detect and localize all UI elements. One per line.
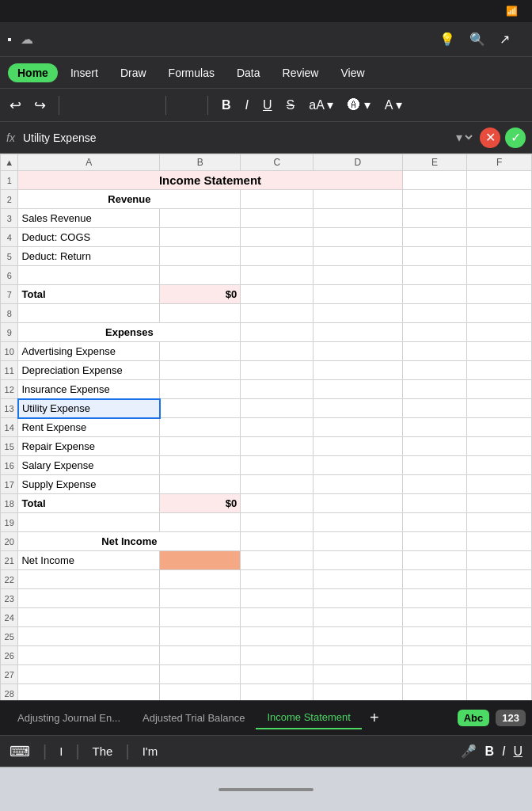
cell-a[interactable]: Utility Expense [18, 399, 160, 418]
cell-d[interactable] [314, 418, 402, 437]
cell-d[interactable] [314, 513, 402, 532]
cell-e[interactable] [402, 323, 467, 342]
cell-f[interactable] [467, 171, 532, 190]
cell-f[interactable] [467, 589, 532, 608]
undo-button[interactable]: ↩ [6, 95, 25, 116]
cell-f[interactable] [467, 437, 532, 456]
cell-f[interactable] [467, 665, 532, 684]
cell-f[interactable] [467, 627, 532, 646]
cell-d[interactable] [314, 589, 402, 608]
cell-f[interactable] [467, 551, 532, 570]
tab-insert[interactable]: Insert [61, 63, 108, 82]
cell-d[interactable] [314, 475, 402, 494]
cell-b[interactable] [160, 380, 241, 399]
cell-a[interactable] [18, 266, 160, 285]
cell-d[interactable] [314, 570, 402, 589]
spreadsheet[interactable]: ▲ A B C D E F 1Income Statement2Revenue3… [0, 154, 532, 700]
cell-a[interactable] [18, 304, 160, 323]
cell-b[interactable] [160, 342, 241, 361]
tab-adjusted-trial-balance[interactable]: Adjusted Trial Balance [131, 707, 256, 729]
cell-d[interactable] [314, 247, 402, 266]
table-row[interactable]: 10Advertising Expense [1, 342, 532, 361]
table-row[interactable]: 7Total$0 [1, 285, 532, 304]
cell-f[interactable] [467, 190, 532, 209]
cell-c[interactable] [241, 228, 314, 247]
cell-e[interactable] [402, 228, 467, 247]
cell-c[interactable] [241, 342, 314, 361]
cell-a[interactable]: Repair Expense [18, 437, 160, 456]
formula-cancel-button[interactable]: ✕ [480, 128, 500, 148]
cell-f[interactable] [467, 513, 532, 532]
tab-view[interactable]: View [331, 63, 374, 82]
cell-d[interactable] [314, 361, 402, 380]
cell-a[interactable]: Depreciation Expense [18, 361, 160, 380]
cell-a[interactable] [18, 627, 160, 646]
cell-a[interactable]: Expenses [18, 323, 241, 342]
cell-e[interactable] [402, 266, 467, 285]
cell-a[interactable]: Net Income [18, 532, 241, 551]
cell-d[interactable] [314, 304, 402, 323]
cell-b[interactable] [160, 228, 241, 247]
cell-e[interactable] [402, 532, 467, 551]
cell-b[interactable] [160, 361, 241, 380]
cell-c[interactable] [241, 589, 314, 608]
cell-a[interactable] [18, 513, 160, 532]
col-header-c[interactable]: C [241, 154, 314, 171]
cell-b[interactable] [160, 304, 241, 323]
font-name[interactable] [69, 104, 156, 107]
cell-a[interactable]: Insurance Expense [18, 380, 160, 399]
cell-a[interactable] [18, 665, 160, 684]
table-row[interactable]: 22 [1, 570, 532, 589]
cell-e[interactable] [402, 209, 467, 228]
cell-e[interactable] [402, 494, 467, 513]
cell-d[interactable] [314, 190, 402, 209]
table-row[interactable]: 16Salary Expense [1, 456, 532, 475]
cell-d[interactable] [314, 627, 402, 646]
cell-e[interactable] [402, 589, 467, 608]
col-header-f[interactable]: F [467, 154, 532, 171]
cell-f[interactable] [467, 418, 532, 437]
table-row[interactable]: 5Deduct: Return [1, 247, 532, 266]
underline-kbd-btn[interactable]: U [513, 744, 522, 759]
table-row[interactable]: 3Sales Revenue [1, 209, 532, 228]
cell-e[interactable] [402, 456, 467, 475]
cell-d[interactable] [314, 380, 402, 399]
table-row[interactable]: 24 [1, 608, 532, 627]
cell-b[interactable] [160, 475, 241, 494]
add-sheet-button[interactable]: + [362, 709, 387, 727]
cell-e[interactable] [402, 361, 467, 380]
cell-e[interactable] [402, 418, 467, 437]
cell-c[interactable] [241, 380, 314, 399]
cell-f[interactable] [467, 209, 532, 228]
cell-f[interactable] [467, 285, 532, 304]
cell-f[interactable] [467, 475, 532, 494]
cell-c[interactable] [241, 304, 314, 323]
table-row[interactable]: 12Insurance Expense [1, 380, 532, 399]
cell-c[interactable] [241, 475, 314, 494]
cell-e[interactable] [402, 684, 467, 701]
tab-adjusting-journal[interactable]: Adjusting Journal En... [6, 707, 131, 729]
table-row[interactable]: 20Net Income [1, 532, 532, 551]
cell-d[interactable] [314, 646, 402, 665]
cell-f[interactable] [467, 494, 532, 513]
font-color-button[interactable]: A ▾ [381, 96, 406, 114]
italic-button[interactable]: I [241, 97, 253, 114]
cell-e[interactable] [402, 342, 467, 361]
table-row[interactable]: 13Utility Expense [1, 399, 532, 418]
table-row[interactable]: 1Income Statement [1, 171, 532, 190]
cell-e[interactable] [402, 513, 467, 532]
cell-c[interactable] [241, 247, 314, 266]
cell-d[interactable] [314, 399, 402, 418]
table-row[interactable]: 27 [1, 665, 532, 684]
table-row[interactable]: 6 [1, 266, 532, 285]
cell-a[interactable]: Deduct: COGS [18, 228, 160, 247]
table-row[interactable]: 21Net Income [1, 551, 532, 570]
table-row[interactable]: 8 [1, 304, 532, 323]
num-badge[interactable]: 123 [496, 710, 526, 726]
table-row[interactable]: 18Total$0 [1, 494, 532, 513]
cell-b[interactable] [160, 266, 241, 285]
tab-data[interactable]: Data [227, 63, 270, 82]
redo-button[interactable]: ↪ [31, 95, 49, 116]
cell-c[interactable] [241, 608, 314, 627]
cell-a[interactable]: Deduct: Return [18, 247, 160, 266]
